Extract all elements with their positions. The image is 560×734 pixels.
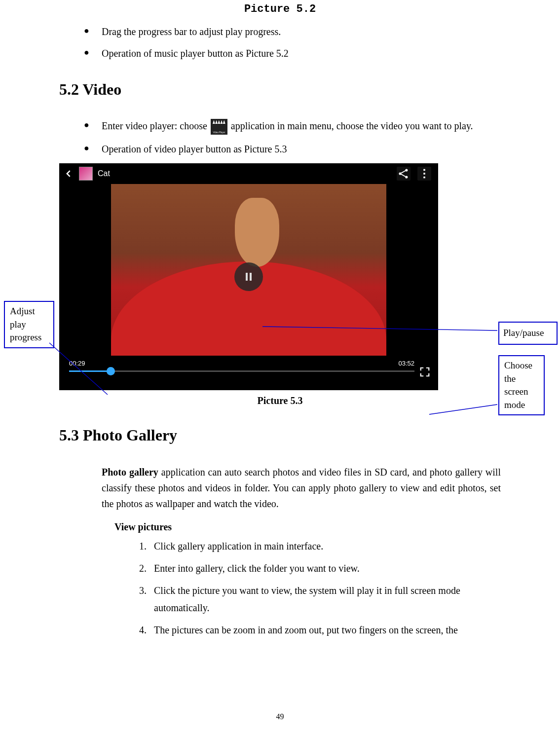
view-pictures-heading: View pictures bbox=[114, 521, 501, 533]
svg-rect-7 bbox=[250, 273, 252, 281]
figure-label-5-2: Picture 5.2 bbox=[59, 0, 501, 24]
back-icon[interactable] bbox=[64, 169, 74, 179]
bullet-drag-progress: Drag the progress bar to adjust play pro… bbox=[84, 24, 501, 39]
svg-rect-6 bbox=[246, 273, 248, 281]
gallery-para-bold: Photo gallery bbox=[102, 467, 158, 477]
view-pictures-steps: Click gallery application in main interf… bbox=[133, 538, 501, 639]
heading-5-2-video: 5.2 Video bbox=[59, 80, 501, 99]
text-enter-video-pre: Enter video player: choose bbox=[102, 120, 210, 131]
page-number: 49 bbox=[0, 712, 560, 721]
callout-adjust-progress: Adjust play progress bbox=[4, 301, 54, 348]
figure-label-5-3: Picture 5.3 bbox=[59, 395, 501, 406]
callout-play-pause: Play/pause bbox=[498, 322, 558, 345]
video-title: Cat bbox=[98, 169, 110, 178]
step-2: Enter into gallery, click the folder you… bbox=[149, 560, 501, 577]
fullscreen-icon[interactable] bbox=[419, 367, 430, 377]
progress-fill bbox=[69, 370, 111, 372]
play-pause-button[interactable] bbox=[234, 262, 263, 291]
step-4: The pictures can be zoom in and zoom out… bbox=[149, 622, 501, 639]
gallery-paragraph: Photo gallery application can auto searc… bbox=[102, 464, 501, 512]
share-icon[interactable] bbox=[397, 167, 411, 181]
pause-icon bbox=[243, 271, 255, 283]
step-3: Click the picture you want to view, the … bbox=[149, 582, 501, 617]
video-thumbnail-icon bbox=[79, 167, 93, 181]
callout-screen-mode: Choose the screen mode bbox=[498, 355, 545, 415]
video-player-app-icon bbox=[211, 119, 227, 135]
progress-scrubber[interactable] bbox=[107, 367, 115, 375]
step-1: Click gallery application in main interf… bbox=[149, 538, 501, 555]
video-bottombar: 00:29 03:52 bbox=[59, 359, 438, 381]
progress-track[interactable] bbox=[69, 370, 414, 372]
svg-rect-4 bbox=[423, 173, 425, 175]
overflow-menu-icon[interactable] bbox=[417, 167, 431, 181]
video-bullet-list: Enter video player: choose application i… bbox=[84, 118, 501, 156]
video-topbar: Cat bbox=[59, 163, 438, 184]
bullet-enter-video: Enter video player: choose application i… bbox=[84, 118, 501, 135]
time-current: 00:29 bbox=[69, 360, 85, 367]
bullet-music-op: Operation of music player button as Pict… bbox=[84, 46, 501, 61]
text-enter-video-post: application in main menu, choose the vid… bbox=[231, 120, 473, 131]
time-total: 03:52 bbox=[398, 360, 414, 367]
video-player-screenshot: Cat 00:29 03:52 bbox=[59, 163, 438, 390]
svg-rect-5 bbox=[423, 177, 425, 179]
svg-rect-3 bbox=[423, 169, 425, 171]
top-bullet-list: Drag the progress bar to adjust play pro… bbox=[84, 24, 501, 61]
gallery-para-rest: application can auto search photos and v… bbox=[102, 467, 501, 509]
bullet-video-op: Operation of video player button as Pict… bbox=[84, 142, 501, 156]
heading-5-3-gallery: 5.3 Photo Gallery bbox=[59, 426, 501, 444]
